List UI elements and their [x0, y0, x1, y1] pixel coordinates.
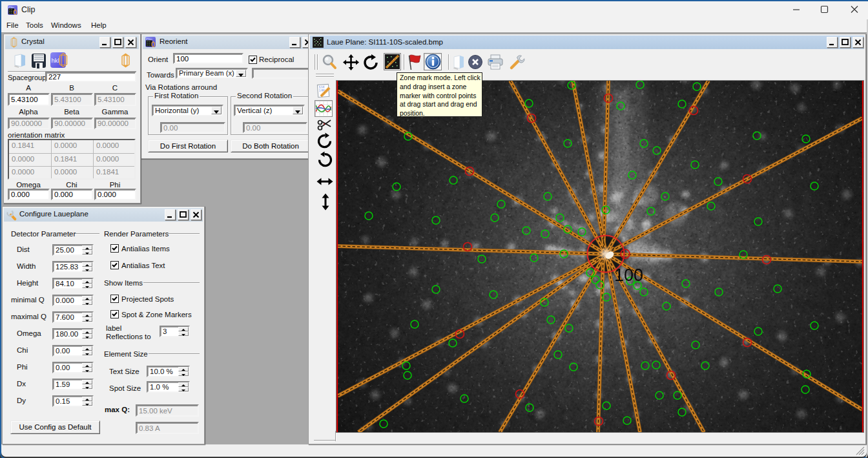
svg-text:100: 100 — [614, 265, 643, 285]
svg-text:hkl: hkl — [52, 57, 59, 64]
